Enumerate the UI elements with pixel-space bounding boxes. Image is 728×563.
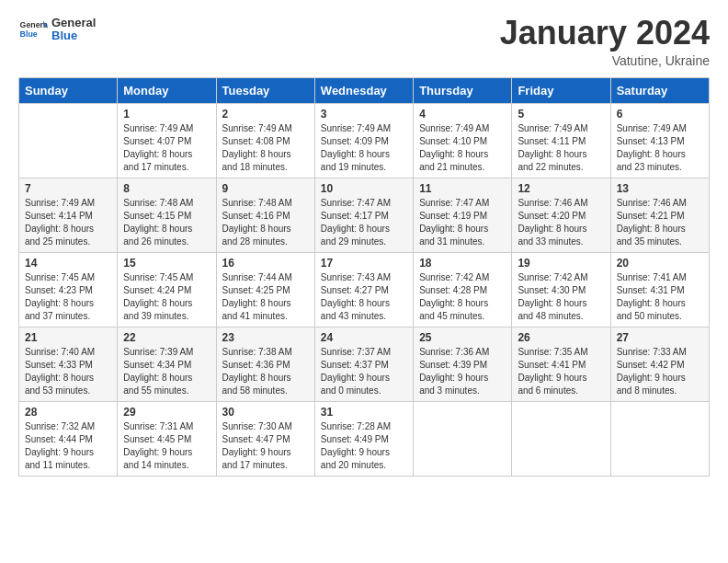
calendar-cell: 30 Sunrise: 7:30 AMSunset: 4:47 PMDaylig… (216, 401, 314, 476)
day-info: Sunrise: 7:49 AMSunset: 4:08 PMDaylight:… (222, 122, 309, 174)
day-number: 12 (518, 182, 604, 195)
day-info: Sunrise: 7:49 AMSunset: 4:13 PMDaylight:… (617, 122, 703, 174)
calendar-cell: 18 Sunrise: 7:42 AMSunset: 4:28 PMDaylig… (414, 252, 512, 327)
calendar-cell: 31 Sunrise: 7:28 AMSunset: 4:49 PMDaylig… (314, 401, 413, 476)
day-info: Sunrise: 7:42 AMSunset: 4:28 PMDaylight:… (419, 271, 506, 323)
calendar-cell: 17 Sunrise: 7:43 AMSunset: 4:27 PMDaylig… (314, 252, 413, 327)
logo-blue-text: Blue (51, 29, 96, 42)
calendar-cell: 13 Sunrise: 7:46 AMSunset: 4:21 PMDaylig… (610, 178, 709, 252)
calendar-cell: 8 Sunrise: 7:48 AMSunset: 4:15 PMDayligh… (118, 178, 216, 252)
calendar-cell: 14 Sunrise: 7:45 AMSunset: 4:23 PMDaylig… (19, 252, 118, 327)
day-info: Sunrise: 7:33 AMSunset: 4:42 PMDaylight:… (617, 346, 703, 397)
day-info: Sunrise: 7:35 AMSunset: 4:41 PMDaylight:… (518, 346, 604, 397)
calendar-cell: 2 Sunrise: 7:49 AMSunset: 4:08 PMDayligh… (216, 103, 314, 178)
day-number: 5 (518, 108, 604, 121)
day-info: Sunrise: 7:36 AMSunset: 4:39 PMDaylight:… (419, 346, 506, 397)
calendar-cell: 1 Sunrise: 7:49 AMSunset: 4:07 PMDayligh… (118, 103, 216, 178)
col-header-saturday: Saturday (610, 77, 709, 103)
calendar-cell: 5 Sunrise: 7:49 AMSunset: 4:11 PMDayligh… (512, 103, 610, 178)
day-number: 23 (222, 331, 309, 344)
day-info: Sunrise: 7:38 AMSunset: 4:36 PMDaylight:… (222, 346, 309, 397)
day-number: 14 (25, 257, 111, 270)
day-number: 11 (419, 182, 506, 195)
day-info: Sunrise: 7:48 AMSunset: 4:16 PMDaylight:… (222, 197, 309, 248)
day-info: Sunrise: 7:46 AMSunset: 4:20 PMDaylight:… (518, 197, 604, 248)
calendar-cell: 23 Sunrise: 7:38 AMSunset: 4:36 PMDaylig… (216, 327, 314, 401)
day-number: 16 (222, 257, 309, 270)
calendar-week-row: 14 Sunrise: 7:45 AMSunset: 4:23 PMDaylig… (19, 252, 710, 327)
calendar-header-row: SundayMondayTuesdayWednesdayThursdayFrid… (19, 77, 710, 103)
day-info: Sunrise: 7:46 AMSunset: 4:21 PMDaylight:… (617, 197, 703, 248)
calendar-cell: 15 Sunrise: 7:45 AMSunset: 4:24 PMDaylig… (118, 252, 216, 327)
day-info: Sunrise: 7:45 AMSunset: 4:24 PMDaylight:… (123, 271, 210, 323)
day-info: Sunrise: 7:49 AMSunset: 4:11 PMDaylight:… (518, 122, 604, 174)
day-info: Sunrise: 7:42 AMSunset: 4:30 PMDaylight:… (518, 271, 604, 323)
header: General Blue General Blue January 2024 V… (18, 15, 710, 68)
title-block: January 2024 Vatutine, Ukraine (500, 15, 710, 68)
col-header-monday: Monday (118, 77, 216, 103)
day-info: Sunrise: 7:31 AMSunset: 4:45 PMDaylight:… (123, 420, 210, 472)
day-number: 15 (123, 257, 210, 270)
calendar-week-row: 7 Sunrise: 7:49 AMSunset: 4:14 PMDayligh… (19, 178, 710, 252)
page: General Blue General Blue January 2024 V… (0, 0, 728, 563)
calendar-cell: 22 Sunrise: 7:39 AMSunset: 4:34 PMDaylig… (118, 327, 216, 401)
svg-text:Blue: Blue (20, 29, 38, 39)
day-info: Sunrise: 7:43 AMSunset: 4:27 PMDaylight:… (321, 271, 407, 323)
col-header-thursday: Thursday (414, 77, 512, 103)
day-info: Sunrise: 7:47 AMSunset: 4:19 PMDaylight:… (419, 197, 506, 248)
day-number: 19 (518, 257, 604, 270)
day-number: 31 (321, 406, 407, 419)
col-header-wednesday: Wednesday (314, 77, 413, 103)
day-info: Sunrise: 7:40 AMSunset: 4:33 PMDaylight:… (25, 346, 111, 397)
day-number: 2 (222, 108, 309, 121)
day-number: 4 (419, 108, 506, 121)
calendar-cell: 3 Sunrise: 7:49 AMSunset: 4:09 PMDayligh… (314, 103, 413, 178)
calendar-cell: 26 Sunrise: 7:35 AMSunset: 4:41 PMDaylig… (512, 327, 610, 401)
calendar-cell (19, 103, 118, 178)
day-info: Sunrise: 7:49 AMSunset: 4:14 PMDaylight:… (25, 197, 111, 248)
day-number: 27 (617, 331, 703, 344)
calendar-cell (610, 401, 709, 476)
day-number: 24 (321, 331, 407, 344)
day-number: 21 (25, 331, 111, 344)
calendar-cell: 24 Sunrise: 7:37 AMSunset: 4:37 PMDaylig… (314, 327, 413, 401)
day-number: 13 (617, 182, 703, 195)
calendar-week-row: 28 Sunrise: 7:32 AMSunset: 4:44 PMDaylig… (19, 401, 710, 476)
day-info: Sunrise: 7:41 AMSunset: 4:31 PMDaylight:… (617, 271, 703, 323)
day-info: Sunrise: 7:28 AMSunset: 4:49 PMDaylight:… (321, 420, 407, 472)
day-number: 1 (123, 108, 210, 121)
day-number: 8 (123, 182, 210, 195)
calendar-cell: 7 Sunrise: 7:49 AMSunset: 4:14 PMDayligh… (19, 178, 118, 252)
day-number: 17 (321, 257, 407, 270)
calendar-cell: 10 Sunrise: 7:47 AMSunset: 4:17 PMDaylig… (314, 178, 413, 252)
calendar-week-row: 21 Sunrise: 7:40 AMSunset: 4:33 PMDaylig… (19, 327, 710, 401)
calendar-cell: 19 Sunrise: 7:42 AMSunset: 4:30 PMDaylig… (512, 252, 610, 327)
logo-icon: General Blue (18, 15, 48, 44)
col-header-friday: Friday (512, 77, 610, 103)
calendar-cell: 4 Sunrise: 7:49 AMSunset: 4:10 PMDayligh… (414, 103, 512, 178)
calendar-cell (512, 401, 610, 476)
calendar-cell: 28 Sunrise: 7:32 AMSunset: 4:44 PMDaylig… (19, 401, 118, 476)
location: Vatutine, Ukraine (500, 53, 710, 68)
calendar-cell: 11 Sunrise: 7:47 AMSunset: 4:19 PMDaylig… (414, 178, 512, 252)
day-number: 10 (321, 182, 407, 195)
day-info: Sunrise: 7:30 AMSunset: 4:47 PMDaylight:… (222, 420, 309, 472)
day-number: 28 (25, 406, 111, 419)
calendar-cell: 25 Sunrise: 7:36 AMSunset: 4:39 PMDaylig… (414, 327, 512, 401)
day-number: 25 (419, 331, 506, 344)
calendar-cell: 6 Sunrise: 7:49 AMSunset: 4:13 PMDayligh… (610, 103, 709, 178)
day-number: 22 (123, 331, 210, 344)
day-info: Sunrise: 7:32 AMSunset: 4:44 PMDaylight:… (25, 420, 111, 472)
calendar-cell: 9 Sunrise: 7:48 AMSunset: 4:16 PMDayligh… (216, 178, 314, 252)
calendar-week-row: 1 Sunrise: 7:49 AMSunset: 4:07 PMDayligh… (19, 103, 710, 178)
calendar-cell: 12 Sunrise: 7:46 AMSunset: 4:20 PMDaylig… (512, 178, 610, 252)
day-info: Sunrise: 7:47 AMSunset: 4:17 PMDaylight:… (321, 197, 407, 248)
day-info: Sunrise: 7:45 AMSunset: 4:23 PMDaylight:… (25, 271, 111, 323)
day-info: Sunrise: 7:44 AMSunset: 4:25 PMDaylight:… (222, 271, 309, 323)
col-header-sunday: Sunday (19, 77, 118, 103)
calendar-cell: 16 Sunrise: 7:44 AMSunset: 4:25 PMDaylig… (216, 252, 314, 327)
day-number: 30 (222, 406, 309, 419)
calendar-cell (414, 401, 512, 476)
calendar-cell: 29 Sunrise: 7:31 AMSunset: 4:45 PMDaylig… (118, 401, 216, 476)
calendar-cell: 21 Sunrise: 7:40 AMSunset: 4:33 PMDaylig… (19, 327, 118, 401)
